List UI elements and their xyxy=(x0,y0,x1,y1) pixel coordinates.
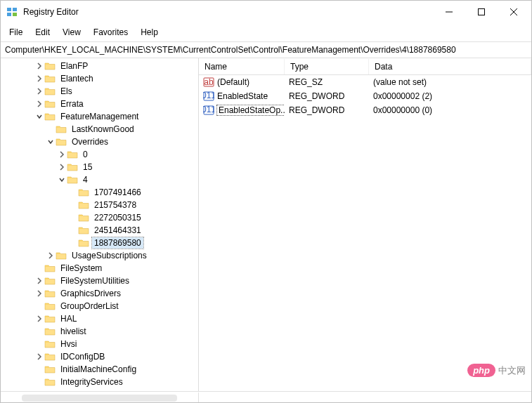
window-title: Registry Editor xyxy=(23,7,433,17)
folder-icon xyxy=(44,86,56,96)
tree-item[interactable]: FileSystem xyxy=(1,262,198,275)
tree-item[interactable]: LastKnownGood xyxy=(1,123,198,136)
column-header-name[interactable]: Name xyxy=(199,59,285,74)
tree-item[interactable]: FeatureManagement xyxy=(1,110,198,123)
tree-item[interactable]: ElanFP xyxy=(1,60,198,72)
svg-text:011: 011 xyxy=(203,105,214,114)
menu-item-favorites[interactable]: Favorites xyxy=(88,25,134,40)
tree-item[interactable]: 2272050315 xyxy=(1,211,198,224)
tree-item-label: 215754378 xyxy=(92,199,138,211)
menu-item-help[interactable]: Help xyxy=(135,25,164,40)
value-data-cell: (value not set) xyxy=(369,76,531,88)
status-bar xyxy=(1,391,531,402)
tree-item[interactable]: GraphicsDrivers xyxy=(1,287,198,300)
folder-icon xyxy=(44,390,56,391)
tree-item[interactable]: UsageSubscriptions xyxy=(1,249,198,262)
tree-item[interactable]: 215754378 xyxy=(1,199,198,211)
folder-icon xyxy=(44,112,56,121)
tree-item[interactable]: 4 xyxy=(1,173,198,186)
watermark: php 中文网 xyxy=(467,364,526,377)
tree-item-label: Elantech xyxy=(58,73,96,84)
value-name-cell: 011EnabledStateOp... xyxy=(199,103,285,117)
chevron-down-icon[interactable] xyxy=(34,112,44,121)
chevron-right-icon[interactable] xyxy=(34,86,44,96)
chevron-right-icon[interactable] xyxy=(34,74,44,84)
tree-item[interactable]: 2451464331 xyxy=(1,224,198,237)
tree-item[interactable]: Elantech xyxy=(1,72,198,85)
svg-text:ab: ab xyxy=(204,77,214,87)
tree-item-label: GraphicsDrivers xyxy=(58,288,123,299)
folder-icon xyxy=(67,175,78,185)
tree-item[interactable]: 1887869580 xyxy=(1,237,198,249)
value-data-cell: 0x00000000 (0) xyxy=(369,104,531,117)
chevron-right-icon[interactable] xyxy=(34,390,44,391)
svg-rect-5 xyxy=(479,9,485,15)
folder-icon xyxy=(44,377,56,387)
tree-item[interactable]: hivelist xyxy=(1,325,198,338)
tree-item-label: Overrides xyxy=(70,136,110,147)
tree-item[interactable]: InitialMachineConfig xyxy=(1,363,198,376)
folder-icon xyxy=(56,251,67,260)
tree-item[interactable]: Els xyxy=(1,85,198,98)
minimize-button[interactable] xyxy=(433,1,465,23)
tree-item[interactable]: Hvsi xyxy=(1,338,198,350)
close-button[interactable] xyxy=(498,1,530,23)
tree-item[interactable]: IDConfigDB xyxy=(1,350,198,363)
tree-item[interactable]: 15 xyxy=(1,161,198,173)
menu-item-file[interactable]: File xyxy=(4,25,28,40)
chevron-right-icon[interactable] xyxy=(34,289,44,298)
tree-item[interactable]: 1707491466 xyxy=(1,186,198,199)
list-row[interactable]: 011EnabledStateOp...REG_DWORD0x00000000 … xyxy=(199,103,531,117)
tree-item-label: 15 xyxy=(81,161,94,173)
menu-item-edit[interactable]: Edit xyxy=(30,25,56,40)
chevron-right-icon[interactable] xyxy=(57,162,67,172)
tree-item-label: 1887869580 xyxy=(92,237,143,249)
tree-item[interactable]: 0 xyxy=(1,148,198,161)
value-name-cell: ab(Default) xyxy=(199,75,285,89)
chevron-down-icon[interactable] xyxy=(57,175,67,185)
tree-item[interactable]: FileSystemUtilities xyxy=(1,275,198,287)
tree-item-label: IDConfigDB xyxy=(58,351,107,362)
folder-icon xyxy=(67,162,78,172)
regedit-app-icon xyxy=(6,6,18,18)
tree-item-label: InitialMachineConfig xyxy=(58,364,138,375)
chevron-down-icon[interactable] xyxy=(46,137,56,147)
list-row[interactable]: 011EnabledStateREG_DWORD0x00000002 (2) xyxy=(199,89,531,103)
dword-value-icon: 011 xyxy=(203,91,214,102)
watermark-badge: php xyxy=(467,364,495,377)
chevron-right-icon[interactable] xyxy=(34,352,44,362)
tree-pane[interactable]: ElanFPElantechElsErrataFeatureManagement… xyxy=(1,58,199,391)
tree-item-label: HAL xyxy=(58,313,79,324)
tree-item[interactable]: HAL xyxy=(1,312,198,325)
chevron-right-icon[interactable] xyxy=(34,314,44,324)
chevron-right-icon[interactable] xyxy=(34,99,44,109)
tree-horizontal-scrollbar[interactable] xyxy=(22,395,177,402)
values-pane[interactable]: Name Type Data ab(Default)REG_SZ(value n… xyxy=(199,58,531,391)
svg-text:011: 011 xyxy=(203,91,214,100)
chevron-right-icon[interactable] xyxy=(34,276,44,286)
folder-icon xyxy=(67,150,78,159)
tree-item[interactable]: IntegrityServices xyxy=(1,376,198,388)
tree-item-label: 4 xyxy=(81,174,90,185)
folder-icon xyxy=(78,200,89,210)
tree-item-label: ElanFP xyxy=(58,60,90,72)
content-panes: ElanFPElantechElsErrataFeatureManagement… xyxy=(1,58,531,391)
svg-rect-2 xyxy=(7,13,11,16)
tree-item[interactable]: Overrides xyxy=(1,136,198,148)
column-header-type[interactable]: Type xyxy=(285,59,369,74)
tree-item[interactable]: International xyxy=(1,388,198,391)
tree-item[interactable]: GroupOrderList xyxy=(1,300,198,312)
svg-rect-3 xyxy=(13,13,17,16)
maximize-button[interactable] xyxy=(465,1,498,23)
list-row[interactable]: ab(Default)REG_SZ(value not set) xyxy=(199,75,531,89)
tree-item[interactable]: Errata xyxy=(1,98,198,110)
column-header-data[interactable]: Data xyxy=(369,59,531,74)
menu-item-view[interactable]: View xyxy=(57,25,86,40)
tree-item-label: 1707491466 xyxy=(92,187,143,198)
chevron-right-icon[interactable] xyxy=(57,150,67,159)
chevron-right-icon[interactable] xyxy=(34,61,44,71)
chevron-right-icon[interactable] xyxy=(46,251,56,260)
address-bar[interactable]: Computer\HKEY_LOCAL_MACHINE\SYSTEM\Curre… xyxy=(1,42,531,58)
tree-item-label: Hvsi xyxy=(58,338,79,350)
folder-icon xyxy=(44,99,56,109)
